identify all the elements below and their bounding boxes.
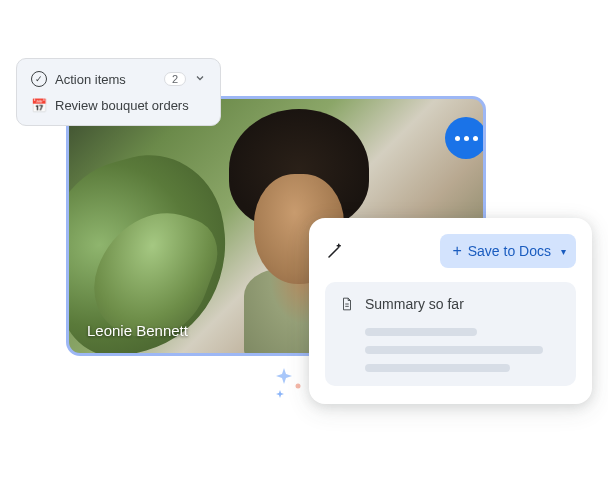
summary-body: Summary so far [325,282,576,386]
more-options-button[interactable] [445,117,486,159]
skeleton-line [365,364,510,372]
magic-wand-icon [325,241,345,261]
action-items-count-badge: 2 [164,72,186,86]
action-item-text: Review bouquet orders [55,98,189,113]
summary-panel-header: + Save to Docs ▾ [325,234,576,268]
action-item-row[interactable]: 📅 Review bouquet orders [31,97,206,113]
save-to-docs-button[interactable]: + Save to Docs ▾ [440,234,576,268]
chevron-down-icon[interactable] [194,72,206,87]
participant-name-label: Leonie Bennett [87,322,188,339]
check-circle-icon: ✓ [31,71,47,87]
action-items-card: ✓ Action items 2 📅 Review bouquet orders [16,58,221,126]
svg-point-2 [296,384,301,389]
summary-title-label: Summary so far [365,296,464,312]
document-icon [339,296,355,312]
summary-title-row: Summary so far [339,296,562,312]
action-items-header[interactable]: ✓ Action items 2 [31,71,206,87]
caret-down-icon[interactable]: ▾ [561,246,566,257]
save-to-docs-label: Save to Docs [468,243,551,259]
calendar-icon: 📅 [31,97,47,113]
skeleton-line [365,346,543,354]
sparkle-icon [270,360,310,400]
more-icon [455,136,460,141]
skeleton-line [365,328,477,336]
plus-icon: + [452,242,461,260]
summary-panel: + Save to Docs ▾ Summary so far [309,218,592,404]
action-items-title: Action items [55,72,156,87]
